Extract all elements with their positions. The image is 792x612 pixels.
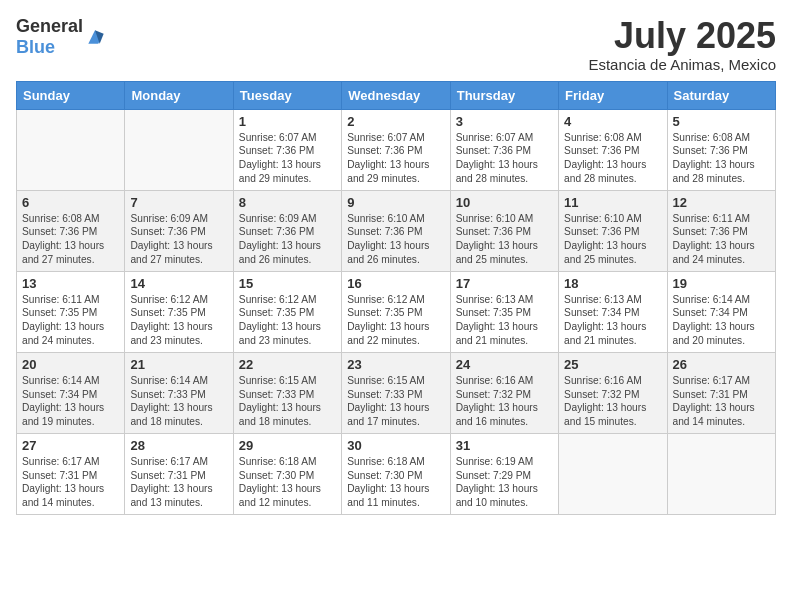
day-info: Sunrise: 6:14 AM Sunset: 7:34 PM Dayligh… — [673, 293, 770, 348]
calendar-cell: 29Sunrise: 6:18 AM Sunset: 7:30 PM Dayli… — [233, 433, 341, 514]
calendar-cell: 5Sunrise: 6:08 AM Sunset: 7:36 PM Daylig… — [667, 109, 775, 190]
day-info: Sunrise: 6:11 AM Sunset: 7:36 PM Dayligh… — [673, 212, 770, 267]
day-number: 20 — [22, 357, 119, 372]
calendar-cell: 27Sunrise: 6:17 AM Sunset: 7:31 PM Dayli… — [17, 433, 125, 514]
calendar-cell: 18Sunrise: 6:13 AM Sunset: 7:34 PM Dayli… — [559, 271, 667, 352]
day-info: Sunrise: 6:07 AM Sunset: 7:36 PM Dayligh… — [456, 131, 553, 186]
day-number: 14 — [130, 276, 227, 291]
day-info: Sunrise: 6:12 AM Sunset: 7:35 PM Dayligh… — [130, 293, 227, 348]
calendar-week-row: 27Sunrise: 6:17 AM Sunset: 7:31 PM Dayli… — [17, 433, 776, 514]
day-number: 2 — [347, 114, 444, 129]
weekday-header-wednesday: Wednesday — [342, 81, 450, 109]
day-number: 10 — [456, 195, 553, 210]
day-info: Sunrise: 6:12 AM Sunset: 7:35 PM Dayligh… — [347, 293, 444, 348]
day-info: Sunrise: 6:16 AM Sunset: 7:32 PM Dayligh… — [564, 374, 661, 429]
calendar-week-row: 6Sunrise: 6:08 AM Sunset: 7:36 PM Daylig… — [17, 190, 776, 271]
day-info: Sunrise: 6:08 AM Sunset: 7:36 PM Dayligh… — [673, 131, 770, 186]
day-number: 12 — [673, 195, 770, 210]
weekday-header-friday: Friday — [559, 81, 667, 109]
calendar-cell: 4Sunrise: 6:08 AM Sunset: 7:36 PM Daylig… — [559, 109, 667, 190]
day-number: 17 — [456, 276, 553, 291]
weekday-header-monday: Monday — [125, 81, 233, 109]
logo-icon — [85, 27, 105, 47]
calendar-cell: 21Sunrise: 6:14 AM Sunset: 7:33 PM Dayli… — [125, 352, 233, 433]
weekday-header-saturday: Saturday — [667, 81, 775, 109]
day-number: 16 — [347, 276, 444, 291]
day-number: 6 — [22, 195, 119, 210]
day-number: 1 — [239, 114, 336, 129]
calendar-cell: 28Sunrise: 6:17 AM Sunset: 7:31 PM Dayli… — [125, 433, 233, 514]
calendar-cell: 6Sunrise: 6:08 AM Sunset: 7:36 PM Daylig… — [17, 190, 125, 271]
calendar-cell: 11Sunrise: 6:10 AM Sunset: 7:36 PM Dayli… — [559, 190, 667, 271]
logo-blue: Blue — [16, 37, 55, 57]
calendar-cell: 8Sunrise: 6:09 AM Sunset: 7:36 PM Daylig… — [233, 190, 341, 271]
day-number: 4 — [564, 114, 661, 129]
calendar-cell: 22Sunrise: 6:15 AM Sunset: 7:33 PM Dayli… — [233, 352, 341, 433]
day-info: Sunrise: 6:10 AM Sunset: 7:36 PM Dayligh… — [456, 212, 553, 267]
day-number: 11 — [564, 195, 661, 210]
day-number: 3 — [456, 114, 553, 129]
day-info: Sunrise: 6:12 AM Sunset: 7:35 PM Dayligh… — [239, 293, 336, 348]
day-info: Sunrise: 6:17 AM Sunset: 7:31 PM Dayligh… — [22, 455, 119, 510]
day-number: 23 — [347, 357, 444, 372]
day-number: 9 — [347, 195, 444, 210]
day-number: 28 — [130, 438, 227, 453]
calendar-cell — [559, 433, 667, 514]
day-info: Sunrise: 6:08 AM Sunset: 7:36 PM Dayligh… — [22, 212, 119, 267]
calendar-cell: 31Sunrise: 6:19 AM Sunset: 7:29 PM Dayli… — [450, 433, 558, 514]
calendar-cell: 23Sunrise: 6:15 AM Sunset: 7:33 PM Dayli… — [342, 352, 450, 433]
calendar-cell: 10Sunrise: 6:10 AM Sunset: 7:36 PM Dayli… — [450, 190, 558, 271]
day-info: Sunrise: 6:17 AM Sunset: 7:31 PM Dayligh… — [130, 455, 227, 510]
weekday-header-sunday: Sunday — [17, 81, 125, 109]
day-number: 27 — [22, 438, 119, 453]
day-number: 13 — [22, 276, 119, 291]
day-info: Sunrise: 6:13 AM Sunset: 7:34 PM Dayligh… — [564, 293, 661, 348]
calendar-table: SundayMondayTuesdayWednesdayThursdayFrid… — [16, 81, 776, 515]
weekday-header-thursday: Thursday — [450, 81, 558, 109]
day-info: Sunrise: 6:07 AM Sunset: 7:36 PM Dayligh… — [239, 131, 336, 186]
calendar-cell — [17, 109, 125, 190]
day-info: Sunrise: 6:16 AM Sunset: 7:32 PM Dayligh… — [456, 374, 553, 429]
day-info: Sunrise: 6:10 AM Sunset: 7:36 PM Dayligh… — [564, 212, 661, 267]
day-info: Sunrise: 6:13 AM Sunset: 7:35 PM Dayligh… — [456, 293, 553, 348]
day-number: 29 — [239, 438, 336, 453]
calendar-cell: 1Sunrise: 6:07 AM Sunset: 7:36 PM Daylig… — [233, 109, 341, 190]
day-info: Sunrise: 6:15 AM Sunset: 7:33 PM Dayligh… — [239, 374, 336, 429]
day-info: Sunrise: 6:18 AM Sunset: 7:30 PM Dayligh… — [347, 455, 444, 510]
day-number: 24 — [456, 357, 553, 372]
calendar-cell: 13Sunrise: 6:11 AM Sunset: 7:35 PM Dayli… — [17, 271, 125, 352]
day-info: Sunrise: 6:19 AM Sunset: 7:29 PM Dayligh… — [456, 455, 553, 510]
calendar-cell: 17Sunrise: 6:13 AM Sunset: 7:35 PM Dayli… — [450, 271, 558, 352]
calendar-cell: 25Sunrise: 6:16 AM Sunset: 7:32 PM Dayli… — [559, 352, 667, 433]
calendar-week-row: 13Sunrise: 6:11 AM Sunset: 7:35 PM Dayli… — [17, 271, 776, 352]
calendar-cell — [667, 433, 775, 514]
day-info: Sunrise: 6:15 AM Sunset: 7:33 PM Dayligh… — [347, 374, 444, 429]
calendar-cell — [125, 109, 233, 190]
page-header: General Blue July 2025 Estancia de Anima… — [16, 16, 776, 73]
weekday-header-row: SundayMondayTuesdayWednesdayThursdayFrid… — [17, 81, 776, 109]
day-info: Sunrise: 6:09 AM Sunset: 7:36 PM Dayligh… — [239, 212, 336, 267]
calendar-cell: 12Sunrise: 6:11 AM Sunset: 7:36 PM Dayli… — [667, 190, 775, 271]
calendar-cell: 24Sunrise: 6:16 AM Sunset: 7:32 PM Dayli… — [450, 352, 558, 433]
day-info: Sunrise: 6:11 AM Sunset: 7:35 PM Dayligh… — [22, 293, 119, 348]
day-info: Sunrise: 6:14 AM Sunset: 7:34 PM Dayligh… — [22, 374, 119, 429]
day-number: 21 — [130, 357, 227, 372]
day-number: 15 — [239, 276, 336, 291]
calendar-cell: 7Sunrise: 6:09 AM Sunset: 7:36 PM Daylig… — [125, 190, 233, 271]
calendar-week-row: 20Sunrise: 6:14 AM Sunset: 7:34 PM Dayli… — [17, 352, 776, 433]
calendar-cell: 30Sunrise: 6:18 AM Sunset: 7:30 PM Dayli… — [342, 433, 450, 514]
day-number: 25 — [564, 357, 661, 372]
day-info: Sunrise: 6:18 AM Sunset: 7:30 PM Dayligh… — [239, 455, 336, 510]
day-info: Sunrise: 6:14 AM Sunset: 7:33 PM Dayligh… — [130, 374, 227, 429]
calendar-cell: 3Sunrise: 6:07 AM Sunset: 7:36 PM Daylig… — [450, 109, 558, 190]
calendar-week-row: 1Sunrise: 6:07 AM Sunset: 7:36 PM Daylig… — [17, 109, 776, 190]
calendar-cell: 16Sunrise: 6:12 AM Sunset: 7:35 PM Dayli… — [342, 271, 450, 352]
day-info: Sunrise: 6:09 AM Sunset: 7:36 PM Dayligh… — [130, 212, 227, 267]
day-number: 19 — [673, 276, 770, 291]
day-number: 22 — [239, 357, 336, 372]
logo: General Blue — [16, 16, 107, 58]
logo-general: General — [16, 16, 83, 36]
day-number: 8 — [239, 195, 336, 210]
calendar-cell: 2Sunrise: 6:07 AM Sunset: 7:36 PM Daylig… — [342, 109, 450, 190]
day-number: 30 — [347, 438, 444, 453]
